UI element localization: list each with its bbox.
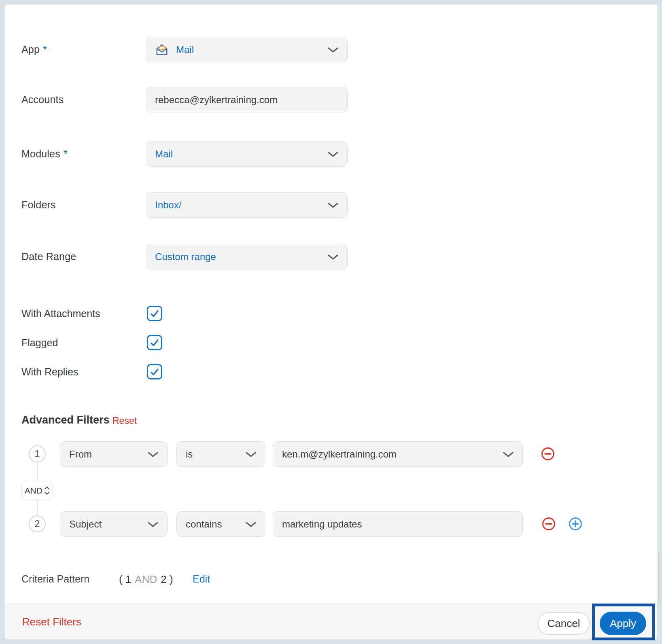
- modules-label-text: Modules: [21, 148, 60, 160]
- criteria-2-value-input[interactable]: marketing updates: [273, 511, 523, 537]
- criteria-1-operator-value: is: [186, 449, 193, 460]
- flagged-label: Flagged: [21, 335, 58, 351]
- advanced-filters-reset-link[interactable]: Reset: [112, 415, 137, 426]
- criteria-1-value-select[interactable]: ken.m@zylkertraining.com: [273, 441, 523, 467]
- plus-circle-icon: [569, 517, 582, 531]
- cancel-button[interactable]: Cancel: [537, 612, 590, 635]
- app-select[interactable]: Mail: [146, 37, 348, 62]
- pattern-close: 2 ): [161, 573, 173, 586]
- scrollbar-thumb[interactable]: [658, 553, 660, 606]
- modules-label: Modules *: [21, 141, 68, 167]
- mail-app-icon: [155, 43, 169, 57]
- accounts-input[interactable]: rebecca@zylkertraining.com: [146, 87, 348, 112]
- minus-circle-icon: [541, 447, 555, 461]
- minus-circle-icon: [542, 517, 556, 531]
- date-range-select-value: Custom range: [155, 251, 216, 263]
- reset-filters-link[interactable]: Reset Filters: [22, 604, 81, 640]
- criteria-1-field-value: From: [69, 449, 92, 460]
- criteria-1-operator-select[interactable]: is: [176, 441, 265, 467]
- remove-criteria-2-button[interactable]: [542, 517, 556, 531]
- folders-select-value: Inbox/: [155, 199, 181, 211]
- criteria-2-operator-select[interactable]: contains: [176, 511, 265, 537]
- criteria-1-value-text: ken.m@zylkertraining.com: [282, 449, 397, 460]
- folders-select[interactable]: Inbox/: [146, 192, 348, 218]
- flagged-checkbox[interactable]: [147, 335, 162, 350]
- advanced-filters-title: Advanced Filters: [21, 414, 110, 426]
- chevron-down-icon: [328, 44, 338, 55]
- chevron-down-icon: [246, 519, 256, 530]
- apply-button[interactable]: Apply: [600, 612, 646, 635]
- with-replies-label: With Replies: [21, 364, 78, 380]
- accounts-input-value: rebecca@zylkertraining.com: [155, 94, 278, 106]
- chevron-down-icon: [148, 449, 158, 460]
- app-label: App *: [21, 37, 47, 62]
- chevron-down-icon: [328, 251, 338, 263]
- modules-select[interactable]: Mail: [146, 141, 348, 167]
- add-criteria-button[interactable]: [569, 517, 582, 531]
- criteria-conjunction-toggle[interactable]: AND: [21, 481, 53, 500]
- criteria-1-field-select[interactable]: From: [60, 441, 168, 467]
- criteria-pattern-label: Criteria Pattern: [21, 573, 89, 585]
- criteria-2-field-value: Subject: [69, 519, 102, 530]
- criteria-row-1-number: 1: [29, 445, 46, 462]
- with-attachments-text: With Attachments: [21, 308, 100, 320]
- criteria-row-2-number: 2: [29, 515, 46, 532]
- checkmark-icon: [149, 307, 161, 320]
- flagged-text: Flagged: [21, 337, 58, 349]
- pattern-operator: AND: [135, 573, 157, 586]
- with-replies-text: With Replies: [21, 366, 78, 378]
- modules-select-value: Mail: [155, 148, 173, 160]
- chevron-down-icon: [503, 449, 513, 460]
- folders-label-text: Folders: [21, 199, 56, 211]
- date-range-select[interactable]: Custom range: [146, 244, 348, 269]
- with-replies-checkbox[interactable]: [147, 364, 162, 379]
- accounts-label: Accounts: [21, 87, 64, 112]
- checkmark-icon: [149, 366, 161, 378]
- criteria-2-value-text: marketing updates: [282, 519, 362, 530]
- date-range-label: Date Range: [21, 244, 76, 269]
- app-select-value: Mail: [176, 44, 194, 55]
- app-label-text: App: [21, 44, 40, 55]
- conjunction-label: AND: [25, 486, 42, 496]
- accounts-label-text: Accounts: [21, 94, 64, 106]
- chevron-down-icon: [246, 449, 256, 460]
- folders-label: Folders: [21, 192, 56, 218]
- chevron-down-icon: [148, 519, 158, 530]
- updown-chevrons-icon: [44, 486, 50, 496]
- with-attachments-checkbox[interactable]: [147, 306, 162, 321]
- criteria-pattern-value: ( 1 AND 2 ): [119, 573, 173, 586]
- required-asterisk: *: [64, 148, 68, 160]
- date-range-label-text: Date Range: [21, 251, 76, 263]
- chevron-down-icon: [328, 199, 338, 211]
- chevron-down-icon: [328, 148, 338, 160]
- required-asterisk: *: [43, 44, 47, 55]
- pattern-open: ( 1: [119, 573, 131, 586]
- checkmark-icon: [149, 337, 161, 349]
- criteria-2-field-select[interactable]: Subject: [60, 511, 168, 537]
- criteria-2-operator-value: contains: [186, 519, 222, 530]
- criteria-pattern-edit-link[interactable]: Edit: [193, 573, 210, 585]
- with-attachments-label: With Attachments: [21, 305, 100, 322]
- remove-criteria-1-button[interactable]: [541, 447, 555, 461]
- filter-panel: App * Mail Accounts rebecca@zylkertraini…: [4, 4, 658, 640]
